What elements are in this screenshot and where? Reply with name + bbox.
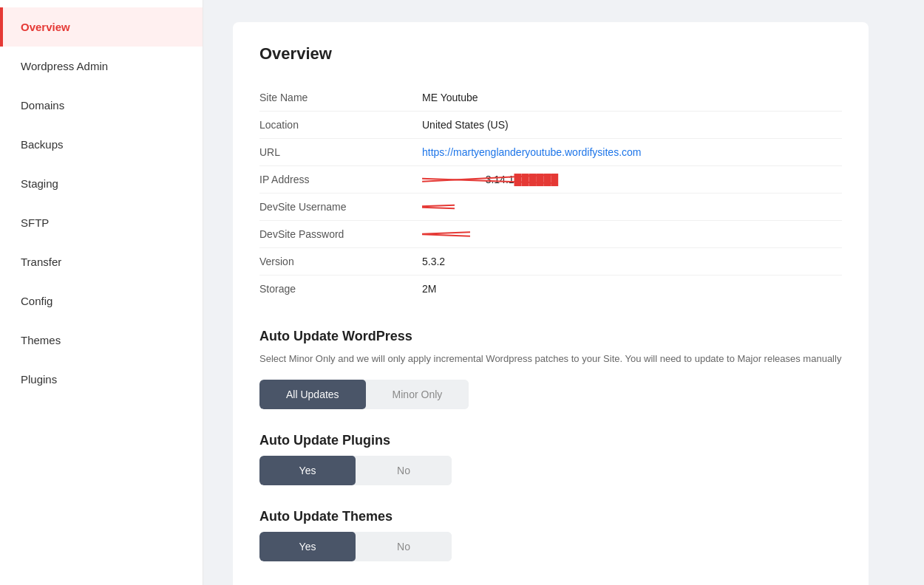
sidebar-label-themes: Themes (21, 334, 61, 346)
sidebar-label-staging: Staging (21, 177, 58, 190)
auto-update-wordpress-title: Auto Update WordPress (259, 329, 842, 344)
value-site-name: ME Youtube (422, 92, 478, 103)
wordpress-all-updates-button[interactable]: All Updates (259, 380, 366, 409)
sidebar-item-transfer[interactable]: Transfer (0, 242, 203, 281)
auto-update-wordpress-description: Select Minor Only and we will only apply… (259, 352, 842, 366)
value-devsite-username: wordify (422, 201, 455, 213)
sidebar-item-config[interactable]: Config (0, 281, 203, 321)
sidebar-label-backups: Backups (21, 138, 64, 151)
sidebar-label-sftp: SFTP (21, 216, 49, 229)
value-ip-address: 3.14.155.246 3.14.1██████ (422, 174, 558, 185)
sidebar-item-backups[interactable]: Backups (0, 125, 203, 164)
label-devsite-username: DevSite Username (259, 201, 422, 213)
label-location: Location (259, 119, 422, 131)
sidebar-item-wordpress-admin[interactable]: Wordpress Admin (0, 47, 203, 86)
sidebar-label-domains: Domains (21, 99, 64, 112)
value-location: United States (US) (422, 119, 509, 131)
sidebar-item-sftp[interactable]: SFTP (0, 203, 203, 242)
info-row-version: Version 5.3.2 (259, 248, 842, 276)
auto-update-wordpress-toggle: All Updates Minor Only (259, 380, 469, 409)
label-site-name: Site Name (259, 92, 422, 103)
info-row-devsite-username: DevSite Username wordify (259, 194, 842, 221)
page-title: Overview (259, 44, 842, 64)
label-version: Version (259, 256, 422, 267)
info-row-ip: IP Address 3.14.155.246 3.14.1██████ (259, 166, 842, 194)
main-content: Overview Site Name ME Youtube Location U… (203, 0, 924, 585)
value-version: 5.3.2 (422, 256, 445, 267)
label-url: URL (259, 146, 422, 158)
label-ip-address: IP Address (259, 174, 422, 185)
label-devsite-password: DevSite Password (259, 228, 422, 240)
sidebar-label-plugins: Plugins (21, 373, 57, 386)
value-devsite-password: wordifylive (422, 228, 470, 240)
sidebar: Overview Wordpress Admin Domains Backups… (0, 0, 203, 585)
sidebar-item-staging[interactable]: Staging (0, 164, 203, 203)
info-table: Site Name ME Youtube Location United Sta… (259, 84, 842, 302)
content-card: Overview Site Name ME Youtube Location U… (233, 22, 869, 585)
info-row-site-name: Site Name ME Youtube (259, 84, 842, 112)
themes-yes-button[interactable]: Yes (259, 532, 356, 561)
sidebar-label-wordpress-admin: Wordpress Admin (21, 60, 108, 72)
value-url[interactable]: https://martyenglanderyoutube.wordifysit… (422, 146, 641, 158)
info-row-devsite-password: DevSite Password wordifylive (259, 221, 842, 248)
plugins-no-button[interactable]: No (356, 456, 452, 485)
sidebar-item-domains[interactable]: Domains (0, 86, 203, 125)
auto-update-plugins-toggle: Yes No (259, 456, 452, 485)
info-row-location: Location United States (US) (259, 112, 842, 139)
auto-update-themes-toggle: Yes No (259, 532, 452, 561)
sidebar-item-plugins[interactable]: Plugins (0, 360, 203, 399)
plugins-yes-button[interactable]: Yes (259, 456, 356, 485)
info-row-url: URL https://martyenglanderyoutube.wordif… (259, 139, 842, 166)
wordpress-minor-only-button[interactable]: Minor Only (366, 380, 469, 409)
themes-no-button[interactable]: No (356, 532, 452, 561)
label-storage: Storage (259, 283, 422, 295)
sidebar-label-config: Config (21, 295, 52, 307)
auto-update-plugins-title: Auto Update Plugins (259, 433, 842, 448)
auto-update-themes-title: Auto Update Themes (259, 509, 842, 524)
sidebar-label-overview: Overview (21, 21, 70, 33)
info-row-storage: Storage 2M (259, 276, 842, 302)
value-storage: 2M (422, 283, 436, 295)
sidebar-item-themes[interactable]: Themes (0, 321, 203, 360)
sidebar-item-overview[interactable]: Overview (0, 7, 203, 47)
sidebar-label-transfer: Transfer (21, 256, 61, 268)
